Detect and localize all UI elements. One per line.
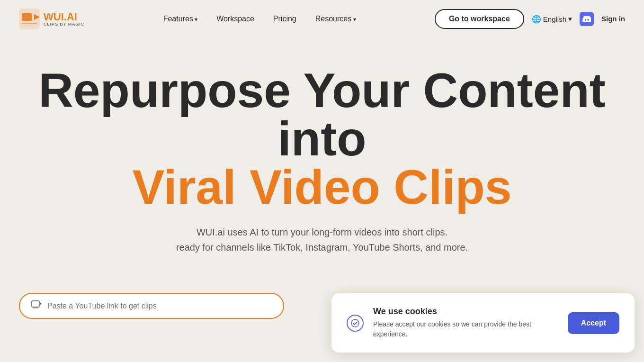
resources-link[interactable]: Resources <box>315 15 356 23</box>
cookie-text: We use cookies Please accept our cookies… <box>373 307 558 339</box>
nav-pricing[interactable]: Pricing <box>273 15 296 23</box>
logo-icon <box>19 9 40 29</box>
hero-title-line2: Viral Video Clips <box>19 163 625 211</box>
cookie-description: Please accept our cookies so we can prov… <box>373 319 558 339</box>
video-link-icon <box>31 300 42 311</box>
cookie-check-icon <box>347 315 364 332</box>
sign-in-link[interactable]: Sign in <box>601 15 625 23</box>
svg-rect-4 <box>32 301 39 307</box>
cookie-title: We use cookies <box>373 307 558 317</box>
hero-section: Repurpose Your Content into Viral Video … <box>0 38 644 274</box>
cookie-banner: We use cookies Please accept our cookies… <box>331 293 635 353</box>
svg-rect-3 <box>22 23 37 24</box>
nav-workspace[interactable]: Workspace <box>216 15 254 23</box>
logo-text: WUI.AI CLIPS BY MAGIC <box>44 12 84 27</box>
navbar: WUI.AI CLIPS BY MAGIC Features Workspace… <box>0 0 644 38</box>
chevron-down-icon: ▾ <box>568 15 572 23</box>
svg-marker-5 <box>40 302 42 305</box>
hero-input-container <box>19 293 284 319</box>
language-selector[interactable]: 🌐 English ▾ <box>532 15 572 24</box>
logo-link[interactable]: WUI.AI CLIPS BY MAGIC <box>19 9 84 29</box>
logo-brand: WUI.AI <box>44 12 84 22</box>
nav-links: Features Workspace Pricing Resources <box>163 15 356 23</box>
nav-right: Go to workspace 🌐 English ▾ Sign in <box>435 9 625 29</box>
hero-subtitle-line2: ready for channels like TikTok, Instagra… <box>176 242 468 253</box>
discord-icon[interactable] <box>580 12 594 26</box>
svg-point-7 <box>351 319 359 327</box>
svg-rect-6 <box>33 308 38 308</box>
globe-icon: 🌐 <box>532 15 541 24</box>
pricing-link[interactable]: Pricing <box>273 15 296 23</box>
go-to-workspace-button[interactable]: Go to workspace <box>435 9 524 29</box>
cookie-accept-button[interactable]: Accept <box>568 312 619 334</box>
language-label: English <box>543 15 566 23</box>
features-link[interactable]: Features <box>163 15 197 23</box>
nav-features[interactable]: Features <box>163 15 197 23</box>
svg-rect-1 <box>22 13 32 21</box>
workspace-link[interactable]: Workspace <box>216 15 254 23</box>
hero-subtitle: WUI.ai uses AI to turn your long-form vi… <box>19 225 625 255</box>
hero-subtitle-line1: WUI.ai uses AI to turn your long-form vi… <box>197 227 447 237</box>
nav-resources[interactable]: Resources <box>315 15 356 23</box>
logo-tagline: CLIPS BY MAGIC <box>44 22 84 27</box>
youtube-link-input[interactable] <box>47 302 272 310</box>
hero-title-line1: Repurpose Your Content into <box>19 66 625 163</box>
